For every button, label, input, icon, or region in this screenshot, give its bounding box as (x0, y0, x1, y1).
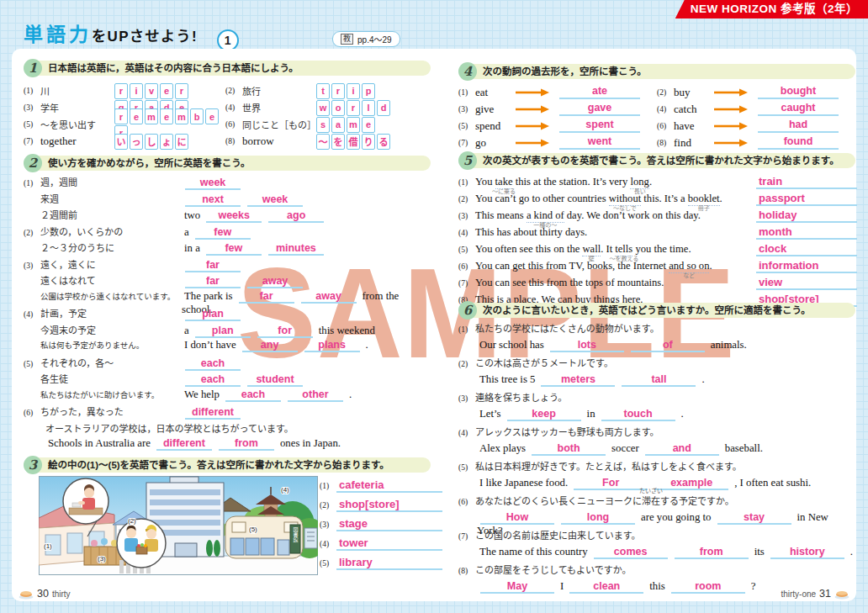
item-number: (6) (225, 120, 242, 129)
page-number-word: thirty (52, 589, 71, 599)
item-number: (8) (458, 567, 475, 575)
sentence-text: The name of this country (479, 546, 588, 558)
title-rest-text: をUPさせよう! (92, 29, 198, 45)
answer-blank: next (185, 194, 241, 207)
past-tense-grid: (1)eatate(2)buybought(3)givegave(4)catch… (458, 84, 855, 151)
usage-row: Schools in Australia aredifferentfromone… (24, 437, 431, 454)
english-phrase: aplanforthis weekend (182, 325, 378, 338)
picture-answers: (1)cafeteria(2)shop[store](3)stage(4)tow… (320, 479, 442, 576)
section-2-instruction: 使い方を確かめながら，空所に英語を書こう。 (48, 156, 431, 171)
arrow-right-icon (714, 88, 748, 97)
furigana: たいざい (639, 488, 663, 494)
definition-rows: (1)You take～に乗る this at the station. It’… (458, 173, 855, 308)
item-number: (2) (458, 360, 475, 368)
english-phrase: different (182, 406, 244, 420)
answer-letter-box: v (145, 83, 158, 99)
japanese-label: 遠く，遠くに (40, 257, 182, 271)
item-label: 旅行 (242, 84, 316, 98)
english-sentence: You can get this from TV, books, the Int… (475, 260, 756, 273)
usage-row: ２週間前twoweeksago (24, 208, 431, 225)
answer-letter-box: し (145, 134, 158, 150)
item-number: (4) (657, 105, 674, 114)
sentence-text: Our school has (479, 339, 544, 351)
japanese-label: 来週 (40, 192, 182, 205)
answer-letter-box: r (114, 83, 128, 99)
sentence-text: . (349, 388, 352, 400)
page-number: 30 (37, 588, 49, 600)
english-sentence: Alex playsbothsoccerandbaseball. (477, 442, 855, 456)
answer-letter-box: r (331, 83, 345, 99)
sentence-text: I don’t have (184, 339, 236, 351)
japanese-sentence: (1)私たちの学校にはたくさんの動物がいます。 (458, 321, 855, 336)
japanese-text: あなたはどのくらい長くニューヨークに滞在たいざいする予定ですか。 (475, 494, 734, 507)
definition-row: (3)This means a kind of一種の～ day. We don’… (458, 207, 855, 224)
title-accent-text: 単語力 (24, 24, 92, 45)
verb-base: eat (475, 86, 514, 99)
sentence-text: . (681, 408, 684, 420)
answer-letter-box: a (331, 117, 345, 133)
page-title: 単語力をUPさせよう! 1 (24, 18, 239, 51)
item-label: 川 (40, 84, 114, 98)
sentence-text: We help (184, 388, 220, 400)
usage-row: 公園は学校から遠くはなれています。The park isfarawayfrom … (24, 290, 431, 307)
item-number: (6) (24, 409, 40, 417)
verb-item: (1)eatate (458, 84, 657, 101)
item-label: 学年 (40, 101, 114, 114)
answer-letter-boxes: same (316, 116, 377, 133)
usage-row: 今週末の予定aplanforthis weekend (24, 323, 431, 340)
vocab-item: (6)同じこと［もの］same (225, 116, 431, 133)
usage-row: 来週nextweek (24, 192, 431, 209)
section-6-number: 6 (458, 301, 477, 320)
item-number: (1) (458, 325, 475, 334)
section-2-header: 2 使い方を確かめながら，空所に英語を書こう。 (32, 156, 431, 171)
answer-blank: week (247, 194, 303, 207)
answer-blank: different (156, 438, 212, 451)
answer-letter-box: 借 (347, 134, 360, 150)
english-sentence: You can see this from the tops of mounta… (475, 277, 756, 289)
sentence-text: ? (751, 580, 756, 592)
textbook-ref-pages: pp.4～29 (357, 33, 392, 45)
answer-letter-box: l (362, 100, 375, 116)
answer-letter-box: e (130, 108, 143, 124)
section-6-header: 6 次のように言いたいとき，英語ではどう言いますか。空所に適語を書こう。 (467, 303, 855, 318)
page-number: 31 (819, 588, 831, 600)
pancake-icon (19, 589, 34, 600)
japanese-label: 週，週間 (40, 175, 182, 188)
arrow-right-icon (714, 122, 748, 130)
verb-base: buy (674, 86, 712, 99)
answer-letter-box: e (205, 108, 219, 124)
answer-blank: and (645, 443, 719, 456)
answer-blank: example (654, 478, 728, 490)
item-number: (1) (24, 179, 40, 188)
answer-letter-box: ょ (160, 134, 173, 150)
arrow-right-icon (714, 139, 748, 147)
answer-blank: different (185, 407, 241, 420)
item-number: (3) (458, 394, 475, 403)
item-number: (5) (320, 559, 336, 568)
workbook-page-background: NEW HORIZON 参考版（2年） 単語力をUPさせよう! 1 教 pp.4… (0, 0, 868, 613)
sentence-text: Schools in Australia are (48, 437, 151, 449)
answer-blank: of (631, 340, 705, 352)
library-sign-text: 図書館 (293, 527, 298, 543)
vocab-grid: (1)川river(2)旅行trip(3)学年grade(4)世界world(5… (24, 82, 431, 150)
answer-letter-box: e (362, 117, 375, 133)
japanese-label: ２～３分のうちに (40, 240, 182, 254)
picture-answer-row: (5)library (320, 557, 442, 576)
item-number: (5) (458, 463, 475, 472)
english-sentence: You often see this on the wall壁. It tell… (475, 243, 756, 256)
english-phrase: twoweeksago (182, 209, 327, 223)
sentence-text: . (701, 373, 704, 385)
answer-blank: each (185, 374, 241, 387)
item-number: (6) (458, 498, 475, 506)
usage-row: 各生徒eachstudent (24, 372, 431, 388)
answer-blank: gave (559, 103, 640, 115)
section-1-instruction: 日本語は英語に，英語はその内容に合う日本語にしよう。 (48, 61, 431, 76)
vocab-item: (8)borrow～を借りる (225, 133, 431, 150)
answer-letter-box: r (347, 100, 360, 116)
sentence-text: two (184, 209, 200, 221)
answer-letter-box: り (362, 134, 375, 150)
japanese-label: 私たちはたがいに助け合います。 (40, 388, 182, 400)
pancake-icon (834, 589, 849, 600)
verb-item: (5)spendspent (458, 118, 657, 135)
japanese-sentence: (4)アレックスはサッカーも野球も両方します。 (458, 425, 855, 439)
